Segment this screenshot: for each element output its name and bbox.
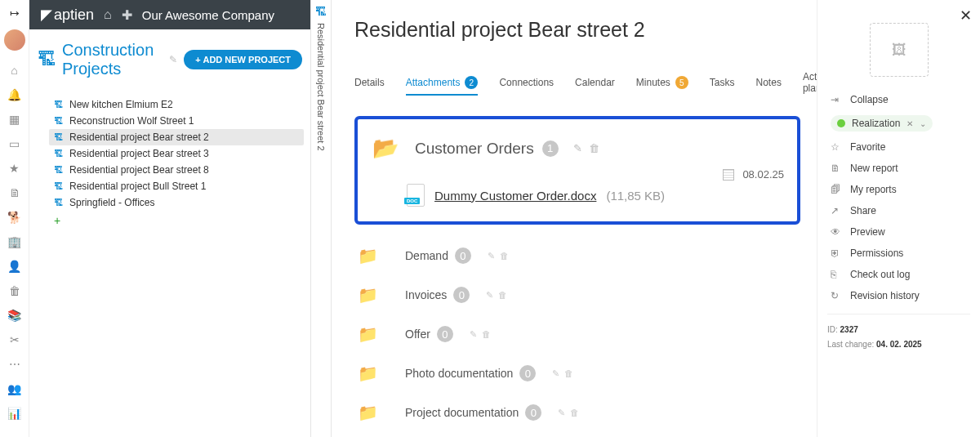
chart-icon[interactable]: 📊 [7,405,23,421]
image-placeholder[interactable]: 🖼 [870,23,929,77]
delete-icon[interactable]: 🗑 [482,329,491,340]
tab-minutes[interactable]: Minutes5 [636,71,688,94]
person-icon[interactable]: 👤 [7,258,23,274]
tab-attachments[interactable]: Attachments2 [406,71,479,94]
avatar[interactable] [4,29,25,51]
delete-icon[interactable]: 🗑 [564,368,573,379]
tab-tasks[interactable]: Tasks [710,72,735,93]
panel-title[interactable]: Construction Projects [62,41,163,78]
edit-icon[interactable]: ✎ [558,408,565,418]
favorite-button[interactable]: ☆Favorite [827,137,970,157]
log-icon: ⎘ [831,269,842,280]
status-dot-icon [837,119,845,127]
building-icon[interactable]: 🏢 [7,234,23,250]
folder-icon: 📁 [358,363,389,383]
folder-icon: 📁 [358,285,389,305]
project-item[interactable]: 🏗Residential project Bear street 3 [49,145,304,162]
status-row[interactable]: Realization ✕ ⌄ [827,111,970,136]
file-row[interactable]: Dummy Customer Order.docx (11,85 KB) [372,184,782,207]
add-top-icon[interactable]: ✚ [122,7,132,23]
doc-file-icon [407,184,425,207]
reports-icon: 🗐 [831,184,842,195]
calendar-icon[interactable]: ▦ [7,111,23,127]
books-icon[interactable]: 📚 [7,307,23,323]
project-item[interactable]: 🏗Residential project Bear street 8 [49,162,304,178]
tab-activity-plans[interactable]: Activity plans8 [803,66,817,99]
edit-icon[interactable]: ✎ [552,368,559,379]
projects-icon: 🏗 [38,49,56,70]
folder-icon: 📁 [358,246,389,265]
edit-icon[interactable]: ✎ [573,142,582,154]
date-display: 08.02.25 [723,168,784,181]
preview-button[interactable]: 👁Preview [827,222,970,242]
expand-arrow-icon[interactable]: ↦ [10,7,20,20]
tab-details[interactable]: Details [354,72,385,93]
folder-row[interactable]: 📁 Offer0 ✎🗑 [354,314,800,354]
folder-count: 1 [542,140,559,157]
vtab-label: Residential project Bear street 2 [316,23,326,151]
edit-icon[interactable]: ✎ [169,54,177,65]
tab-notes[interactable]: Notes [756,72,782,93]
new-report-button[interactable]: 🗎New report [827,158,970,178]
home-top-icon[interactable]: ⌂ [104,7,112,22]
home-icon[interactable]: ⌂ [7,62,23,78]
folder-open-icon: 📂 [372,136,403,161]
project-icon: 🏗 [54,198,63,207]
dog-icon[interactable]: 🐕 [7,209,23,225]
add-project-button[interactable]: + ADD NEW PROJECT [184,50,302,69]
add-project-inline[interactable]: + [49,211,304,230]
date-icon [723,169,734,181]
my-reports-button[interactable]: 🗐My reports [827,180,970,199]
delete-icon[interactable]: 🗑 [570,408,579,418]
project-item[interactable]: 🏗Residential project Bull Street 1 [49,178,304,194]
project-item[interactable]: 🏗Springfield - Offices [49,194,304,211]
vertical-tab[interactable]: 🏗 Residential project Bear street 2 [310,0,332,437]
chevron-down-icon[interactable]: ⌄ [920,119,926,128]
file-name[interactable]: Dummy Customer Order.docx [434,189,596,203]
tab-connections[interactable]: Connections [499,72,554,93]
project-icon: 🏗 [54,100,63,109]
tool-icon[interactable]: ✂ [7,332,23,348]
app-logo[interactable]: ◤ aptien [41,6,94,24]
box-icon[interactable]: ▭ [7,136,23,152]
star-icon[interactable]: ★ [7,160,23,176]
tab-calendar[interactable]: Calendar [575,72,615,93]
share-button[interactable]: ↗Share [827,201,970,221]
top-bar: ◤ aptien ⌂ ✚ Our Awesome Company [29,0,310,29]
checkout-log-button[interactable]: ⎘Check out log [827,265,970,284]
attachments-section: 08.02.25 📂 Customer Orders 1 ✎ 🗑 [354,116,800,432]
star-icon: ☆ [831,141,842,153]
delete-icon[interactable]: 🗑 [498,290,507,301]
edit-icon[interactable]: ✎ [486,290,493,301]
project-item[interactable]: 🏗Reconstruction Wolf Street 1 [49,113,304,129]
edit-icon[interactable]: ✎ [470,329,477,340]
delete-icon[interactable]: 🗑 [589,142,599,154]
grid-icon[interactable]: ⋯ [7,356,23,372]
folder-row[interactable]: 📂 Customer Orders 1 ✎ 🗑 [372,136,782,161]
project-item[interactable]: 🏗New kitchen Elmium E2 [49,96,304,113]
folder-icon: 📁 [358,403,389,422]
share-icon: ↗ [831,205,842,216]
status-clear-icon[interactable]: ✕ [906,119,913,128]
bell-icon[interactable]: 🔔 [7,87,23,103]
project-icon: 🏗 [54,149,63,158]
edit-icon[interactable]: ✎ [488,251,495,261]
project-icon: 🏗 [315,5,327,18]
people-icon[interactable]: 👥 [7,381,23,397]
delete-icon[interactable]: 🗑 [500,251,509,261]
left-panel: ◤ aptien ⌂ ✚ Our Awesome Company 🏗 Const… [29,0,310,437]
main-content: Residential project Bear street 2 Detail… [332,0,817,437]
close-icon[interactable]: ✕ [960,7,972,25]
revision-history-button[interactable]: ↻Revision history [827,286,970,305]
permissions-button[interactable]: ⛨Permissions [827,243,970,263]
folder-row[interactable]: 📁 Invoices0 ✎🗑 [354,275,800,314]
doc-icon[interactable]: 🗎 [7,185,23,201]
collapse-button[interactable]: ⇥Collapse [827,90,970,109]
folder-row[interactable]: 📁 Photo documentation0 ✎🗑 [354,354,800,393]
project-item-selected[interactable]: 🏗Residential project Bear street 2 [49,129,304,145]
trash-icon[interactable]: 🗑 [7,283,23,299]
folder-row[interactable]: 📁 Project documentation0 ✎🗑 [354,393,800,432]
folder-row[interactable]: 📁 Demand0 ✎🗑 [354,236,800,275]
badge: 5 [675,76,688,89]
project-icon: 🏗 [54,116,63,126]
